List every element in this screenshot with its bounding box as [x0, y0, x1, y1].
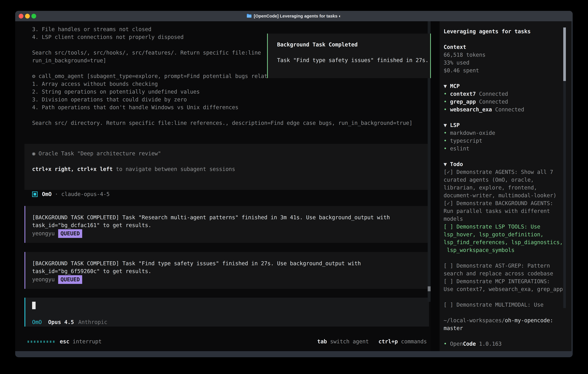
text-line: lsp_workspace_symbols	[444, 246, 563, 254]
text-segment: lsp_workspace_symbols	[444, 247, 514, 253]
window-title: [OpenCode] Leveraging agents for tasks ◐	[254, 14, 341, 19]
text-segment: LSP	[450, 122, 460, 128]
text-segment: typescript	[450, 138, 482, 144]
activity-dot	[28, 341, 29, 343]
opencode-terminal-window: [OpenCode] Leveraging agents for tasks ◐…	[15, 11, 573, 357]
zoom-button[interactable]	[32, 14, 36, 19]
text-segment: •	[444, 106, 450, 113]
text-segment: •	[444, 341, 450, 347]
text-segment: Search src/ directory. Return specific f…	[32, 120, 412, 126]
background-task-message: [BACKGROUND TASK COMPLETED] Task "Find t…	[24, 252, 429, 289]
text-segment: •	[444, 91, 450, 97]
text-segment: run_in_background=true]	[32, 57, 106, 64]
text-line: [ ] Demonstrate LSP TOOLS: Use	[444, 223, 563, 231]
text-line	[444, 293, 563, 301]
text-segment: [BACKGROUND TASK COMPLETED] Task "Find t…	[32, 260, 361, 267]
text-line	[444, 254, 563, 262]
text-line: Context	[444, 43, 563, 51]
text-segment: interrupt	[69, 338, 102, 345]
text-segment: [✓] Demonstrate BACKGROUND AGENTS:	[444, 200, 553, 206]
sidebar-scrollbar-thumb[interactable]	[563, 28, 566, 81]
text-line: 1. Array access without bounds checking	[32, 80, 429, 88]
text-line: ctrl+x right, ctrl+x left to navigate be…	[24, 165, 428, 173]
activity-dot	[53, 341, 54, 343]
text-line	[444, 35, 563, 43]
text-segment: ~/local-workspaces/	[444, 317, 505, 323]
minimize-button[interactable]	[25, 14, 30, 19]
statusbar-right-hints: tab switch agent ctrl+p commands	[317, 337, 427, 346]
text-segment: Open	[450, 341, 463, 347]
text-line: • typescript	[444, 137, 563, 145]
status-badge: QUEUED	[58, 275, 82, 284]
text-line: lsp_find_references, lsp_diagnostics,	[444, 239, 563, 246]
main-scrollbar-thumb[interactable]	[428, 286, 430, 291]
toast-title: Background Task Completed	[277, 42, 358, 48]
text-line: task_id="bg_6f59260c" to get results.	[25, 267, 429, 275]
text-line: ◉ Oracle Task "Deep architecture review"	[24, 150, 428, 157]
text-segment: ▼	[444, 83, 450, 89]
agent-model: claude-opus-4-5	[58, 191, 110, 197]
text-segment: lsp_find_references, lsp_diagnostics,	[444, 239, 563, 245]
text-segment: Use context7, websearch_exa, grep_app	[444, 286, 563, 292]
text-segment: 66,518 tokens	[444, 52, 485, 58]
text-line: ~/local-workspaces/oh-my-opencode:	[444, 317, 563, 324]
text-segment: lsp_hover, lsp_goto_definition,	[444, 231, 544, 238]
text-segment: Code	[463, 341, 476, 347]
text-segment: Leveraging agents for tasks	[444, 28, 531, 35]
sidebar-scrollbar-track[interactable]	[563, 28, 566, 308]
text-segment: 1. Array access without bounds checking	[32, 81, 158, 87]
text-line	[32, 111, 429, 119]
text-segment: 2. String operations on potentially unde…	[32, 89, 200, 95]
activity-dot	[43, 341, 45, 343]
text-segment: models	[444, 216, 463, 222]
folder-icon	[247, 14, 252, 19]
prompt-input[interactable]: OmOOpus 4.5Anthropic	[24, 298, 429, 327]
text-segment: switch agent	[327, 338, 369, 345]
agent-name: OmO	[42, 191, 52, 197]
text-segment: 3. Division operations that could divide…	[32, 96, 187, 103]
text-cursor	[32, 302, 36, 309]
text-segment: master	[444, 325, 463, 331]
text-segment: Context	[444, 44, 466, 50]
text-line: 4. Path operations that don't handle Win…	[32, 104, 429, 111]
chat-main-area[interactable]: 3. File handles or streams not closed4. …	[15, 21, 430, 351]
text-line: yeongyuQUEUED	[25, 229, 429, 237]
text-segment: 1.0.163	[476, 341, 502, 347]
text-segment: websearch_exa	[450, 106, 492, 113]
text-line	[24, 157, 428, 165]
window-bottom-edge	[15, 351, 573, 357]
background-task-toast[interactable]: Background Task Completed Task "Find typ…	[267, 33, 431, 78]
text-segment: $0.46 spent	[444, 67, 479, 74]
window-right-edge	[571, 21, 573, 351]
text-line: • context7 Connected	[444, 90, 563, 98]
text-segment: librarian, explore, frontend,	[444, 185, 537, 191]
text-line: • websearch_exa Connected	[444, 106, 563, 114]
text-line: [ ] Demonstrate AST-GREP: Pattern	[444, 262, 563, 270]
text-line: • eslint	[444, 145, 563, 153]
text-line: [✓] Demonstrate BACKGROUND AGENTS:	[444, 199, 563, 207]
text-segment: context7	[450, 91, 476, 97]
text-line: 3. File handles or streams not closed	[32, 25, 429, 33]
text-line	[444, 153, 563, 160]
close-button[interactable]	[19, 14, 23, 19]
text-line: • grep_app Connected	[444, 98, 563, 106]
text-segment: [✓] Demonstrate AGENTS: Show all 7	[444, 169, 553, 175]
activity-dots	[28, 341, 54, 343]
text-segment: grep_app	[450, 99, 476, 105]
text-segment: Connected	[492, 106, 524, 113]
text-segment: oh-my-opencode:	[505, 317, 553, 323]
text-segment: Connected	[476, 91, 508, 97]
text-line: Run parallel tasks with different	[444, 207, 563, 215]
text-segment: search and replace across codebase	[444, 270, 553, 277]
text-line: [✓] Demonstrate AGENTS: Show all 7	[444, 168, 563, 176]
text-segment: task_id="bg_dcfac161" to get results.	[32, 222, 151, 228]
input-model-label: Opus 4.5	[48, 319, 74, 325]
session-sidebar[interactable]: Leveraging agents for tasksContext66,518…	[440, 21, 571, 351]
text-segment: [ ] Demonstrate AST-GREP: Pattern	[444, 263, 550, 269]
text-line: 33% used	[444, 59, 563, 67]
text-segment: markdown-oxide	[450, 130, 495, 136]
text-segment: task_id="bg_6f59260c" to get results.	[32, 268, 151, 274]
text-segment: tab	[317, 338, 327, 345]
text-segment: esc	[60, 338, 69, 345]
oracle-task-panel: ◉ Oracle Task "Deep architecture review"…	[24, 144, 428, 190]
